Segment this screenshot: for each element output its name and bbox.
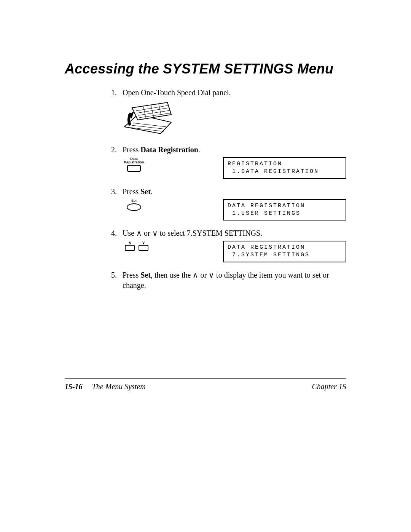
lcd3-line2: 7.SYSTEM SETTINGS bbox=[228, 252, 310, 258]
content-area: Accessing the SYSTEM SETTINGS Menu Open … bbox=[0, 0, 411, 291]
page: Accessing the SYSTEM SETTINGS Menu Open … bbox=[0, 0, 411, 532]
step-3: Press Set. Set DATA REGISTRATION 1.USER … bbox=[119, 187, 346, 221]
steps-list: Open One-Touch Speed Dial panel. bbox=[65, 88, 346, 291]
step-4-text: Use ∧ or ∨ to select 7.SYSTEM SETTINGS. bbox=[123, 228, 346, 238]
set-button-illustration: Set bbox=[123, 199, 172, 211]
up-arrow-inline-2: ∧ bbox=[193, 271, 198, 279]
down-arrow-symbol: ∨ bbox=[142, 241, 145, 245]
lcd-display-3: DATA REGISTRATION 7.SYSTEM SETTINGS bbox=[223, 241, 346, 262]
step-5-pre: Press bbox=[123, 271, 140, 279]
btn-label-registration: Registration bbox=[124, 161, 144, 164]
lcd1-line2: 1.DATA REGISTRATION bbox=[228, 168, 319, 175]
step-1-text: Open One-Touch Speed Dial panel. bbox=[123, 88, 346, 98]
up-arrow-inline: ∧ bbox=[136, 229, 142, 237]
footer-left: 15-16 The Menu System bbox=[65, 382, 146, 391]
lcd-display-2: DATA REGISTRATION 1.USER SETTINGS bbox=[223, 199, 346, 221]
page-heading: Accessing the SYSTEM SETTINGS Menu bbox=[65, 61, 346, 77]
step-2-text: Press Data Registration. bbox=[123, 145, 346, 155]
oval-button-icon bbox=[127, 203, 141, 211]
step-4: Use ∧ or ∨ to select 7.SYSTEM SETTINGS. … bbox=[119, 228, 346, 262]
step-3-bold: Set bbox=[140, 187, 151, 196]
rect-button-icon bbox=[127, 165, 141, 172]
speed-dial-panel-illustration bbox=[123, 100, 172, 137]
data-registration-button-illustration: Data Registration bbox=[123, 157, 172, 172]
step-5-mid2: or bbox=[198, 271, 209, 279]
lcd1-line1: REGISTRATION bbox=[228, 161, 282, 167]
down-button-icon bbox=[139, 245, 148, 251]
step-3-pre: Press bbox=[123, 187, 140, 196]
step-1: Open One-Touch Speed Dial panel. bbox=[119, 88, 346, 137]
up-button-icon bbox=[125, 245, 135, 251]
lcd-display-1: REGISTRATION 1.DATA REGISTRATION bbox=[223, 157, 346, 179]
step-5-mid1: , then use the bbox=[151, 271, 193, 279]
lcd2-line2: 1.USER SETTINGS bbox=[228, 210, 301, 217]
lcd2-line1: DATA REGISTRATION bbox=[228, 203, 305, 209]
page-number: 15-16 bbox=[65, 382, 83, 391]
btn-label-set: Set bbox=[131, 199, 137, 203]
step-5-bold: Set bbox=[140, 271, 151, 279]
page-footer: 15-16 The Menu System Chapter 15 bbox=[65, 378, 346, 391]
down-arrow-inline-2: ∨ bbox=[209, 271, 214, 279]
step-2-pre: Press bbox=[123, 145, 140, 154]
chapter-label: Chapter 15 bbox=[312, 382, 346, 391]
lcd3-line1: DATA REGISTRATION bbox=[228, 244, 305, 251]
step-4-pre: Use bbox=[123, 229, 136, 237]
down-arrow-inline: ∨ bbox=[152, 229, 158, 237]
step-4-mid: or bbox=[142, 229, 152, 237]
section-title: The Menu System bbox=[92, 382, 146, 391]
step-2-bold: Data Registration bbox=[140, 145, 198, 154]
step-2: Press Data Registration. Data Registrati… bbox=[119, 145, 346, 179]
step-2-post: . bbox=[198, 145, 200, 154]
step-5-text: Press Set, then use the ∧ or ∨ to displa… bbox=[123, 271, 329, 289]
up-arrow-symbol: ∧ bbox=[128, 241, 131, 245]
step-5: Press Set, then use the ∧ or ∨ to displa… bbox=[119, 270, 346, 291]
arrow-buttons-illustration: ∧ ∨ bbox=[123, 241, 172, 251]
step-3-post: . bbox=[151, 187, 153, 196]
step-3-text: Press Set. bbox=[123, 187, 346, 197]
step-4-post: to select 7.SYSTEM SETTINGS. bbox=[158, 229, 262, 237]
